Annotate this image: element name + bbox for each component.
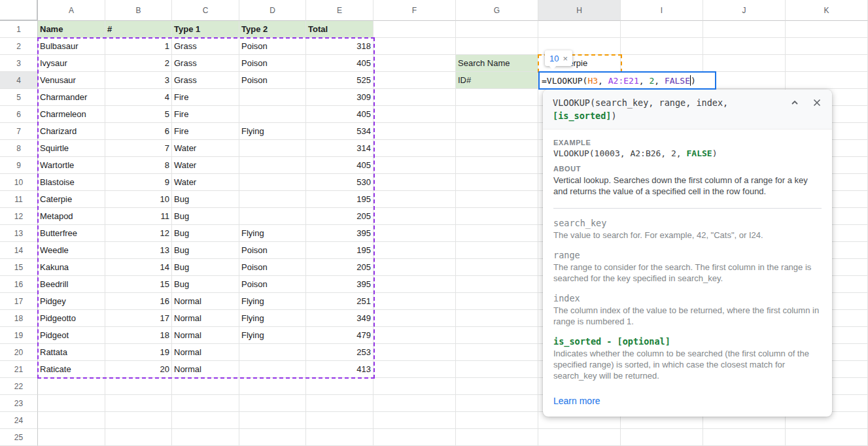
cell-C4[interactable]: Grass xyxy=(172,72,239,89)
cell-F14[interactable] xyxy=(373,242,456,259)
select-all-corner[interactable] xyxy=(0,0,38,21)
cell-G21[interactable] xyxy=(456,361,538,378)
cell-D10[interactable] xyxy=(239,174,306,191)
cell-B19[interactable]: 18 xyxy=(105,327,172,344)
cell-A5[interactable]: Charmander xyxy=(38,89,105,106)
cell-C3[interactable]: Grass xyxy=(172,55,239,72)
cell-G9[interactable] xyxy=(456,157,538,174)
cell-K3[interactable] xyxy=(786,55,868,72)
cell-B13[interactable]: 12 xyxy=(105,225,172,242)
cell-A8[interactable]: Squirtle xyxy=(38,140,105,157)
cell-G11[interactable] xyxy=(456,191,538,208)
cell-A13[interactable]: Butterfree xyxy=(38,225,105,242)
cell-D3[interactable]: Poison xyxy=(239,55,306,72)
cell-E1[interactable]: Total xyxy=(306,21,373,38)
cell-F22[interactable] xyxy=(373,378,456,395)
cell-A19[interactable]: Pidgeot xyxy=(38,327,105,344)
cell-G13[interactable] xyxy=(456,225,538,242)
cell-F5[interactable] xyxy=(373,89,456,106)
cell-B1[interactable]: # xyxy=(105,21,172,38)
cell-G15[interactable] xyxy=(456,259,538,276)
cell-A12[interactable]: Metapod xyxy=(38,208,105,225)
cell-D23[interactable] xyxy=(239,395,306,412)
cell-A4[interactable]: Venusaur xyxy=(38,72,105,89)
cell-G3[interactable]: Search Name xyxy=(456,55,538,72)
cell-A7[interactable]: Charizard xyxy=(38,123,105,140)
cell-E20[interactable]: 253 xyxy=(306,344,373,361)
cell-B7[interactable]: 6 xyxy=(105,123,172,140)
cell-G18[interactable] xyxy=(456,310,538,327)
row-header-2[interactable]: 2 xyxy=(0,38,38,55)
cell-A21[interactable]: Raticate xyxy=(38,361,105,378)
cell-C20[interactable]: Normal xyxy=(172,344,239,361)
chip-close-icon[interactable]: × xyxy=(563,54,568,63)
cell-G12[interactable] xyxy=(456,208,538,225)
cell-E5[interactable]: 309 xyxy=(306,89,373,106)
cell-E9[interactable]: 405 xyxy=(306,157,373,174)
cell-D8[interactable] xyxy=(239,140,306,157)
cell-C1[interactable]: Type 1 xyxy=(172,21,239,38)
cell-G10[interactable] xyxy=(456,174,538,191)
cell-I3[interactable] xyxy=(621,55,703,72)
cell-G17[interactable] xyxy=(456,293,538,310)
cell-D1[interactable]: Type 2 xyxy=(239,21,306,38)
formula-result-chip[interactable]: 10 × xyxy=(545,50,572,66)
cell-E12[interactable]: 205 xyxy=(306,208,373,225)
cell-A1[interactable]: Name xyxy=(38,21,105,38)
row-header-7[interactable]: 7 xyxy=(0,123,38,140)
cell-D11[interactable] xyxy=(239,191,306,208)
cell-B4[interactable]: 3 xyxy=(105,72,172,89)
cell-D17[interactable]: Flying xyxy=(239,293,306,310)
cell-A20[interactable]: Rattata xyxy=(38,344,105,361)
cell-D22[interactable] xyxy=(239,378,306,395)
close-icon[interactable] xyxy=(812,98,822,107)
cell-D4[interactable]: Poison xyxy=(239,72,306,89)
learn-more-link[interactable]: Learn more xyxy=(553,396,600,406)
cell-F15[interactable] xyxy=(373,259,456,276)
cell-C24[interactable] xyxy=(172,412,239,429)
cell-B10[interactable]: 9 xyxy=(105,174,172,191)
cell-B17[interactable]: 16 xyxy=(105,293,172,310)
cell-F18[interactable] xyxy=(373,310,456,327)
cell-D9[interactable] xyxy=(239,157,306,174)
cell-F17[interactable] xyxy=(373,293,456,310)
cell-C5[interactable]: Fire xyxy=(172,89,239,106)
cell-G20[interactable] xyxy=(456,344,538,361)
row-header-20[interactable]: 20 xyxy=(0,344,38,361)
cell-G14[interactable] xyxy=(456,242,538,259)
column-header-H[interactable]: H xyxy=(538,0,621,21)
cell-E4[interactable]: 525 xyxy=(306,72,373,89)
cell-I25[interactable] xyxy=(621,429,703,446)
cell-A18[interactable]: Pidgeotto xyxy=(38,310,105,327)
cell-A23[interactable] xyxy=(38,395,105,412)
cell-F3[interactable] xyxy=(373,55,456,72)
cell-G23[interactable] xyxy=(456,395,538,412)
cell-G1[interactable] xyxy=(456,21,538,38)
cell-G4[interactable]: ID# xyxy=(456,72,538,89)
cell-D19[interactable]: Flying xyxy=(239,327,306,344)
column-header-J[interactable]: J xyxy=(703,0,786,21)
cell-F25[interactable] xyxy=(373,429,456,446)
row-header-17[interactable]: 17 xyxy=(0,293,38,310)
cell-F9[interactable] xyxy=(373,157,456,174)
cell-G16[interactable] xyxy=(456,276,538,293)
cell-F7[interactable] xyxy=(373,123,456,140)
cell-C25[interactable] xyxy=(172,429,239,446)
cell-C19[interactable]: Normal xyxy=(172,327,239,344)
cell-C22[interactable] xyxy=(172,378,239,395)
cell-E23[interactable] xyxy=(306,395,373,412)
cell-G6[interactable] xyxy=(456,106,538,123)
cell-E16[interactable]: 395 xyxy=(306,276,373,293)
cell-A15[interactable]: Kakuna xyxy=(38,259,105,276)
cell-I2[interactable] xyxy=(621,38,703,55)
cell-K4[interactable] xyxy=(786,72,868,89)
row-header-6[interactable]: 6 xyxy=(0,106,38,123)
column-header-K[interactable]: K xyxy=(786,0,868,21)
cell-F4[interactable] xyxy=(373,72,456,89)
cell-A3[interactable]: Ivysaur xyxy=(38,55,105,72)
row-header-12[interactable]: 12 xyxy=(0,208,38,225)
cell-E7[interactable]: 534 xyxy=(306,123,373,140)
row-header-18[interactable]: 18 xyxy=(0,310,38,327)
cell-E10[interactable]: 530 xyxy=(306,174,373,191)
row-header-22[interactable]: 22 xyxy=(0,378,38,395)
